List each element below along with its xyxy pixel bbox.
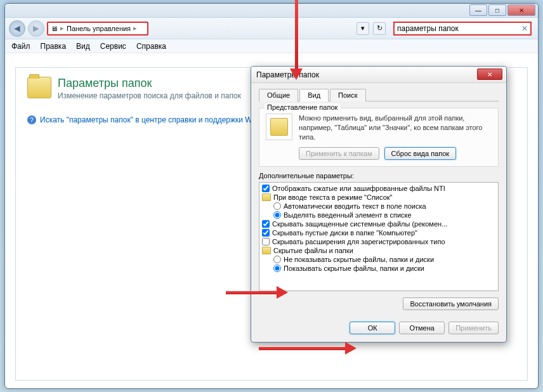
chevron-right-icon: ▸ (60, 24, 64, 32)
menubar: Файл Правка Вид Сервис Справка (5, 39, 538, 53)
list-item[interactable]: Скрывать пустые диски в папке "Компьютер… (259, 228, 498, 237)
apply-to-folders-button[interactable]: Применить к папкам (299, 147, 379, 160)
dialog-footer: ОК Отмена Применить (251, 317, 506, 342)
list-item-label: Отображать сжатые или зашифрованные файл… (272, 185, 445, 192)
nav-back-button[interactable]: ◄ (9, 20, 25, 37)
chevron-right-icon: ▸ (133, 24, 137, 32)
tabstrip: Общие Вид Поиск (259, 88, 499, 101)
dropdown-button[interactable]: ▾ (357, 22, 369, 35)
page-subtitle: Изменение параметров поиска для файлов и… (58, 91, 241, 100)
list-item[interactable]: Отображать сжатые или зашифрованные файл… (259, 184, 498, 193)
list-item-label: При вводе текста в режиме "Список" (273, 193, 392, 201)
menu-view[interactable]: Вид (76, 42, 90, 51)
folder-icon (262, 193, 271, 201)
maximize-button[interactable]: □ (488, 4, 506, 16)
list-item-label: Не показывать скрытые файлы, папки и дис… (284, 256, 434, 263)
list-item[interactable]: Выделять введенный элемент в списке (259, 211, 498, 219)
breadcrumb-computer-icon: 🖥 (51, 25, 58, 32)
checkbox[interactable] (262, 229, 270, 237)
list-item[interactable]: Скрытые файлы и папки (259, 246, 498, 255)
folder-icon (262, 247, 271, 254)
search-clear-icon[interactable]: ✕ (521, 24, 528, 33)
folder-options-icon (27, 77, 51, 98)
group-legend: Представление папок (265, 103, 340, 111)
list-item-label: Автоматически вводить текст в поле поиск… (284, 202, 426, 210)
menu-file[interactable]: Файл (11, 42, 30, 51)
minimize-button[interactable]: — (469, 4, 487, 16)
list-item[interactable]: Скрывать расширения для зарегистрированн… (259, 237, 498, 246)
checkbox[interactable] (262, 220, 270, 228)
radio[interactable] (273, 256, 281, 263)
dialog-close-button[interactable]: ✕ (477, 69, 502, 80)
apply-button[interactable]: Применить (448, 322, 499, 334)
menu-edit[interactable]: Правка (41, 42, 67, 51)
list-item-label: Выделять введенный элемент в списке (284, 211, 412, 219)
reset-folders-button[interactable]: Сброс вида папок (384, 147, 457, 160)
list-item-label: Скрывать защищенные системные файлы (рек… (272, 220, 447, 228)
refresh-button[interactable]: ↻ (373, 22, 386, 35)
breadcrumb[interactable]: 🖥 ▸ Панель управления ▸ (47, 22, 148, 36)
checkbox[interactable] (262, 185, 270, 192)
cancel-button[interactable]: Отмена (399, 322, 445, 334)
list-item-label: Показывать скрытые файлы, папки и диски (284, 265, 424, 272)
search-input[interactable] (397, 24, 519, 33)
nav-forward-button[interactable]: ► (28, 20, 44, 37)
titlebar[interactable]: — □ ✕ (5, 4, 538, 18)
ok-button[interactable]: ОК (350, 322, 395, 334)
dialog-titlebar[interactable]: Параметры папок ✕ (251, 67, 506, 83)
breadcrumb-label[interactable]: Панель управления (67, 25, 131, 32)
checkbox[interactable] (262, 238, 270, 245)
menu-help[interactable]: Справка (136, 42, 166, 51)
help-link-text: Искать "параметры папок" в центре справк… (40, 115, 258, 124)
advanced-params-label: Дополнительные параметры: (259, 172, 499, 180)
radio[interactable] (273, 202, 281, 210)
tab-search[interactable]: Поиск (330, 89, 365, 101)
tab-general[interactable]: Общие (259, 89, 298, 101)
group-text: Можно применить вид, выбранный для этой … (299, 114, 492, 142)
help-icon: ? (27, 115, 36, 124)
dialog-title: Параметры папок (256, 70, 319, 79)
list-item[interactable]: При вводе текста в режиме "Список" (259, 193, 498, 202)
folder-options-dialog: Параметры папок ✕ Общие Вид Поиск Предст… (251, 66, 507, 343)
advanced-settings-list[interactable]: Отображать сжатые или зашифрованные файл… (259, 182, 499, 291)
page-title: Параметры папок (58, 77, 241, 90)
restore-defaults-button[interactable]: Восстановить умолчания (403, 297, 499, 310)
list-item-label: Скрытые файлы и папки (273, 247, 353, 254)
list-item[interactable]: Скрывать защищенные системные файлы (рек… (259, 219, 498, 228)
radio[interactable] (273, 265, 281, 272)
list-item-label: Скрывать расширения для зарегистрированн… (272, 238, 445, 245)
folder-thumb-icon (266, 114, 292, 140)
list-item[interactable]: Не показывать скрытые файлы, папки и дис… (259, 255, 498, 264)
radio[interactable] (273, 211, 281, 219)
search-box[interactable]: ✕ (393, 22, 532, 36)
list-item-label: Скрывать пустые диски в папке "Компьютер… (272, 229, 417, 237)
tab-view[interactable]: Вид (299, 89, 329, 101)
list-item[interactable]: Показывать скрытые файлы, папки и диски (259, 264, 498, 273)
list-item[interactable]: Автоматически вводить текст в поле поиск… (259, 202, 498, 211)
navbar: ◄ ► 🖥 ▸ Панель управления ▸ ▾ ↻ ✕ (5, 18, 538, 39)
menu-tools[interactable]: Сервис (100, 42, 126, 51)
folder-view-group: Представление папок Можно применить вид,… (259, 108, 499, 167)
close-button[interactable]: ✕ (507, 4, 535, 16)
